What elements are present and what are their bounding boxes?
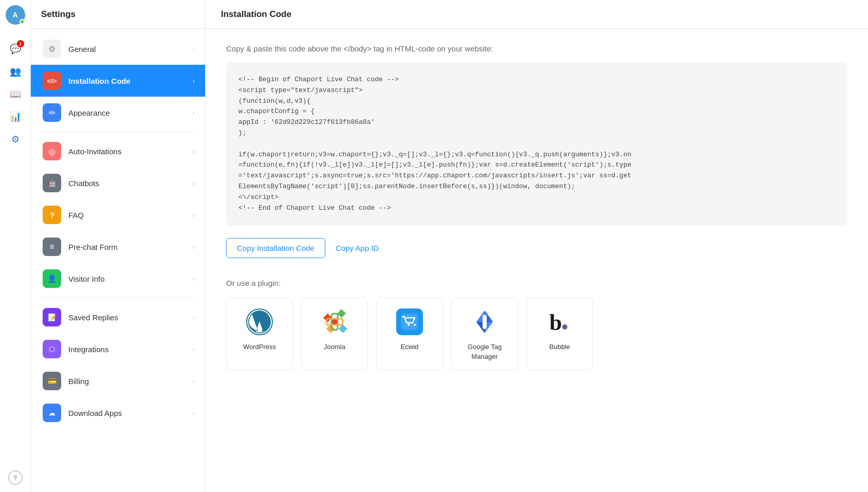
joomla-logo: [319, 306, 350, 337]
plugin-ecwid[interactable]: Ecwid: [376, 298, 443, 370]
avatar[interactable]: A: [6, 5, 25, 25]
reports-rail-icon[interactable]: 📊: [6, 107, 25, 126]
autoinvitations-chevron: ›: [193, 148, 195, 155]
integrations-label: Integrations: [68, 345, 193, 354]
general-icon: ⚙: [43, 40, 61, 58]
sidebar-item-prechat[interactable]: ≡ Pre-chat Form ›: [31, 231, 205, 263]
gtm-name: Google Tag Manager: [460, 342, 509, 361]
copy-appid-button[interactable]: Copy App ID: [336, 244, 379, 252]
chat-rail-icon[interactable]: 💬 1: [6, 39, 25, 59]
installation-label: Installation Code: [68, 77, 193, 85]
action-buttons: Copy Installation Code Copy App ID: [226, 238, 847, 258]
sidebar-item-general[interactable]: ⚙ General ›: [31, 33, 205, 65]
sidebar-items: ⚙ General › </> Installation Code › ✏ Ap…: [31, 29, 205, 492]
sidebar-title: Settings: [31, 0, 205, 29]
chatbots-chevron: ›: [193, 179, 195, 187]
joomla-name: Joomla: [324, 342, 345, 352]
appearance-icon: ✏: [43, 103, 61, 122]
divider-1: [41, 132, 195, 132]
plugin-joomla[interactable]: Joomla: [301, 298, 368, 370]
contacts-rail-icon[interactable]: 👥: [6, 62, 25, 81]
prechat-icon: ≡: [43, 238, 61, 256]
wordpress-name: WordPress: [243, 342, 276, 352]
gtm-logo: [469, 306, 500, 337]
savedreplies-icon: 📝: [43, 308, 61, 326]
bubble-logo: b: [544, 306, 575, 337]
svg-rect-8: [483, 315, 487, 329]
visitorinfo-label: Visitor Info: [68, 275, 193, 283]
prechat-chevron: ›: [193, 243, 195, 251]
chatbots-icon: 🤖: [43, 174, 61, 192]
sidebar-item-appearance[interactable]: ✏ Appearance ›: [31, 97, 205, 129]
plugin-gtm[interactable]: Google Tag Manager: [451, 298, 518, 370]
svg-point-1: [331, 319, 338, 325]
billing-label: Billing: [68, 377, 193, 386]
plugin-wordpress[interactable]: WordPress: [226, 298, 293, 370]
copy-install-button[interactable]: Copy Installation Code: [226, 238, 325, 258]
downloadapps-icon: ☁: [43, 404, 61, 422]
svg-point-7: [414, 324, 416, 326]
sidebar-item-billing[interactable]: 💳 Billing ›: [31, 365, 205, 397]
savedreplies-label: Saved Replies: [68, 313, 193, 322]
chatbots-label: Chatbots: [68, 179, 193, 188]
integrations-chevron: ›: [193, 345, 195, 353]
sidebar-item-saved-replies[interactable]: 📝 Saved Replies ›: [31, 301, 205, 333]
downloadapps-label: Download Apps: [68, 409, 193, 417]
plugin-bubble[interactable]: b Bubble: [526, 298, 593, 370]
visitorinfo-chevron: ›: [193, 275, 195, 283]
main-content: Installation Code Copy & paste this code…: [206, 0, 868, 492]
billing-icon: 💳: [43, 372, 61, 390]
appearance-chevron: ›: [193, 109, 195, 117]
installation-chevron: ›: [193, 77, 195, 85]
sidebar-item-auto-invitations[interactable]: ◎ Auto-Invitations ›: [31, 135, 205, 167]
sidebar-item-integrations[interactable]: ⬡ Integrations ›: [31, 333, 205, 365]
appearance-label: Appearance: [68, 108, 193, 117]
main-header: Installation Code: [206, 0, 868, 29]
plugin-label: Or use a plugin:: [226, 279, 847, 287]
svg-point-6: [408, 324, 410, 326]
sidebar-item-faq[interactable]: ? FAQ ›: [31, 199, 205, 231]
divider-2: [41, 298, 195, 298]
savedreplies-chevron: ›: [193, 314, 195, 321]
faq-chevron: ›: [193, 211, 195, 219]
sidebar-item-visitor-info[interactable]: 👤 Visitor Info ›: [31, 263, 205, 295]
autoinvitations-icon: ◎: [43, 142, 61, 160]
knowledge-rail-icon[interactable]: 📖: [6, 84, 25, 104]
installation-icon: </>: [43, 71, 61, 90]
billing-chevron: ›: [193, 377, 195, 385]
visitorinfo-icon: 👤: [43, 269, 61, 288]
svg-text:b: b: [549, 310, 562, 335]
prechat-label: Pre-chat Form: [68, 243, 193, 251]
status-dot: [20, 19, 25, 24]
faq-label: FAQ: [68, 211, 193, 220]
main-body: Copy & paste this code above the </body>…: [206, 29, 868, 492]
settings-rail-icon[interactable]: ⚙: [6, 130, 25, 149]
svg-point-10: [562, 324, 567, 330]
instruction-text: Copy & paste this code above the </body>…: [226, 44, 847, 53]
plugins-row: WordPress Joomla: [226, 298, 847, 370]
sidebar-item-installation-code[interactable]: </> Installation Code ›: [31, 65, 205, 97]
downloadapps-chevron: ›: [193, 409, 195, 417]
ecwid-name: Ecwid: [401, 342, 419, 352]
autoinvitations-label: Auto-Invitations: [68, 147, 193, 156]
general-chevron: ›: [193, 45, 195, 53]
sidebar-item-download-apps[interactable]: ☁ Download Apps ›: [31, 397, 205, 429]
faq-icon: ?: [43, 206, 61, 224]
integrations-icon: ⬡: [43, 340, 61, 358]
icon-rail: A 💬 1 👥 📖 📊 ⚙ ?: [0, 0, 31, 492]
ecwid-logo: [394, 306, 425, 337]
bubble-name: Bubble: [549, 342, 570, 352]
code-block: <!-- Begin of Chaport Live Chat code -->…: [226, 62, 847, 226]
sidebar-item-chatbots[interactable]: 🤖 Chatbots ›: [31, 167, 205, 199]
sidebar: Settings ⚙ General › </> Installation Co…: [31, 0, 206, 492]
wordpress-logo: [244, 306, 275, 337]
main-title: Installation Code: [221, 9, 291, 20]
general-label: General: [68, 45, 193, 53]
help-rail-icon[interactable]: ?: [8, 470, 23, 485]
chat-badge: 1: [17, 40, 24, 47]
